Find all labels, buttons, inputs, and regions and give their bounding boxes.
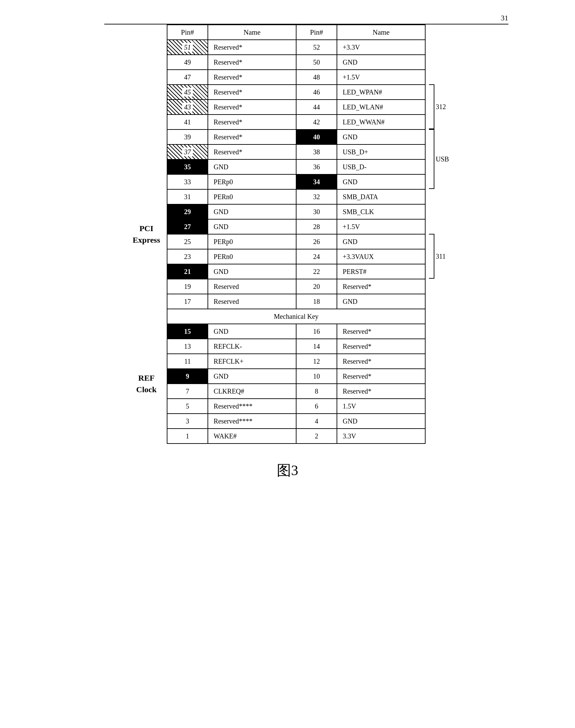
- right-pin: 42: [296, 115, 337, 129]
- left-pin: 21: [167, 264, 208, 279]
- right-name: +1.5V: [337, 70, 425, 85]
- pci-express-label: PCI Express: [126, 160, 167, 309]
- left-name: PERp0: [208, 174, 296, 189]
- ref-clock-label: REF Clock: [126, 324, 167, 444]
- left-pin: 19: [167, 279, 208, 294]
- right-pin: 52: [296, 40, 337, 55]
- left-pin: 17: [167, 294, 208, 309]
- bracket-312-bot: [429, 107, 434, 129]
- ref-31: 31: [501, 14, 508, 22]
- table-row: 1WAKE#23.3V: [167, 429, 425, 444]
- right-name: GND: [337, 174, 425, 189]
- left-name: Reserved: [208, 279, 296, 294]
- right-name: SMB_CLK: [337, 204, 425, 219]
- left-name: Reserved*: [208, 40, 296, 55]
- left-pin: 27: [167, 219, 208, 234]
- right-pin: 36: [296, 159, 337, 174]
- left-name: GND: [208, 159, 296, 174]
- bracket-312-container: 312: [429, 84, 446, 129]
- left-pin: 9: [167, 369, 208, 384]
- table-row: 31PERn032SMB_DATA: [167, 189, 425, 204]
- left-name: CLKREQ#: [208, 384, 296, 399]
- left-pin: 49: [167, 55, 208, 70]
- right-pin: 30: [296, 204, 337, 219]
- right-name: 1.5V: [337, 399, 425, 414]
- table-row: 9GND10Reserved*: [167, 369, 425, 384]
- right-pin: 8: [296, 384, 337, 399]
- header-name1: Name: [208, 25, 296, 40]
- right-name: Reserved*: [337, 384, 425, 399]
- mechanical-key-cell: Mechanical Key: [167, 309, 425, 324]
- bracket-311-container: 311: [429, 234, 446, 279]
- bracket-311-top: [429, 234, 434, 256]
- right-name: +1.5V: [337, 219, 425, 234]
- bracket-311-bot: [429, 256, 434, 279]
- table-row: 45Reserved*46LED_WPAN#: [167, 85, 425, 100]
- right-pin: 38: [296, 144, 337, 159]
- left-pin: 33: [167, 174, 208, 189]
- left-name: Reserved****: [208, 399, 296, 414]
- right-name: +3.3V: [337, 40, 425, 55]
- left-pin: 11: [167, 354, 208, 369]
- left-pin: 13: [167, 339, 208, 354]
- left-pin: 43: [167, 100, 208, 115]
- right-pin: 12: [296, 354, 337, 369]
- left-name: GND: [208, 264, 296, 279]
- left-pin: 15: [167, 324, 208, 339]
- right-pin: 24: [296, 249, 337, 264]
- table-row: 23PERn024+3.3VAUX: [167, 249, 425, 264]
- content-row: PCI Express REF Clock Pin# Name Pin# Nam…: [126, 24, 449, 444]
- table-header-row: Pin# Name Pin# Name: [167, 25, 425, 40]
- right-pin: 26: [296, 234, 337, 249]
- right-name: Reserved*: [337, 369, 425, 384]
- left-pin: 25: [167, 234, 208, 249]
- table-row: 37Reserved*38USB_D+: [167, 144, 425, 159]
- mech-key-spacer: [126, 309, 167, 324]
- right-name: GND: [337, 414, 425, 429]
- left-name: PERn0: [208, 249, 296, 264]
- header-pin2: Pin#: [296, 25, 337, 40]
- left-name: Reserved*: [208, 85, 296, 100]
- right-pin: 2: [296, 429, 337, 444]
- left-pin: 1: [167, 429, 208, 444]
- table-row: 7CLKREQ#8Reserved*: [167, 384, 425, 399]
- right-pin: 28: [296, 219, 337, 234]
- right-pin: 18: [296, 294, 337, 309]
- left-pin: 7: [167, 384, 208, 399]
- left-section: PCI Express REF Clock: [126, 24, 167, 444]
- bracket-usb-bot: [429, 159, 434, 189]
- header-name2: Name: [337, 25, 425, 40]
- page-container: 31 PCI Express REF Clock: [50, 14, 525, 480]
- figure-caption: 图3: [277, 461, 298, 480]
- right-name: +3.3VAUX: [337, 249, 425, 264]
- right-pin: 48: [296, 70, 337, 85]
- left-pin: 45: [167, 85, 208, 100]
- table-row: Mechanical Key: [167, 309, 425, 324]
- table-row: 13REFCLK-14Reserved*: [167, 339, 425, 354]
- right-name: LED_WWAN#: [337, 115, 425, 129]
- right-name: USB_D-: [337, 159, 425, 174]
- right-pin: 22: [296, 264, 337, 279]
- pin-table: Pin# Name Pin# Name 51Reserved*52+3.3V49…: [167, 24, 426, 444]
- right-name: LED_WPAN#: [337, 85, 425, 100]
- bracket-312-top: [429, 84, 434, 107]
- left-name: Reserved*: [208, 129, 296, 144]
- table-row: 33PERp034GND: [167, 174, 425, 189]
- right-pin: 16: [296, 324, 337, 339]
- table-row: 15GND16Reserved*: [167, 324, 425, 339]
- left-pin: 5: [167, 399, 208, 414]
- table-row: 35GND36USB_D-: [167, 159, 425, 174]
- table-row: 47Reserved*48+1.5V: [167, 70, 425, 85]
- left-name: Reserved*: [208, 115, 296, 129]
- left-name: Reserved****: [208, 414, 296, 429]
- table-row: 21GND22PERST#: [167, 264, 425, 279]
- right-name: 3.3V: [337, 429, 425, 444]
- left-pin: 51: [167, 40, 208, 55]
- left-name: Reserved*: [208, 100, 296, 115]
- right-pin: 20: [296, 279, 337, 294]
- table-row: 51Reserved*52+3.3V: [167, 40, 425, 55]
- right-name: GND: [337, 55, 425, 70]
- right-pin: 50: [296, 55, 337, 70]
- left-pin: 23: [167, 249, 208, 264]
- table-row: 39Reserved*40GND: [167, 129, 425, 144]
